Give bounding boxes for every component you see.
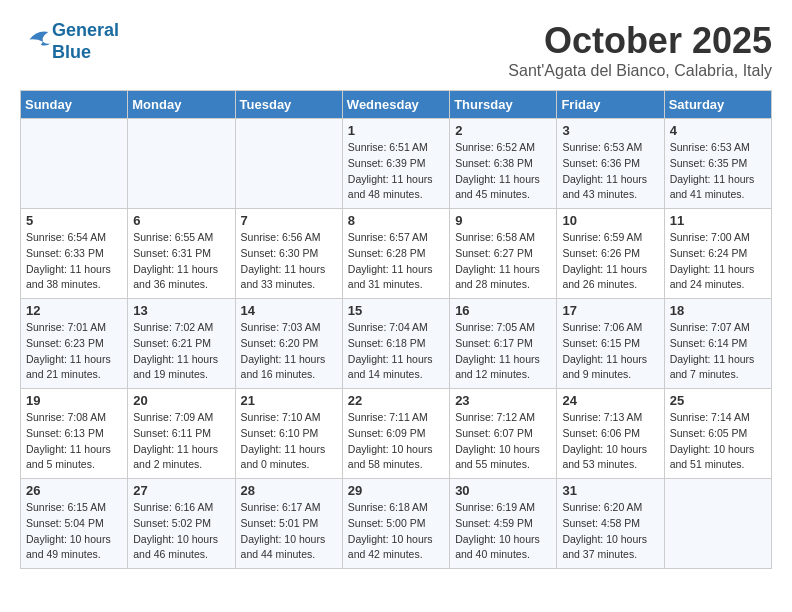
day-number: 3 [562,123,658,138]
day-number: 10 [562,213,658,228]
day-info: Sunrise: 6:20 AM Sunset: 4:58 PM Dayligh… [562,500,658,563]
calendar-cell: 29Sunrise: 6:18 AM Sunset: 5:00 PM Dayli… [342,479,449,569]
day-number: 5 [26,213,122,228]
calendar-cell: 18Sunrise: 7:07 AM Sunset: 6:14 PM Dayli… [664,299,771,389]
day-number: 17 [562,303,658,318]
day-info: Sunrise: 6:59 AM Sunset: 6:26 PM Dayligh… [562,230,658,293]
day-info: Sunrise: 7:12 AM Sunset: 6:07 PM Dayligh… [455,410,551,473]
logo: General Blue [20,20,119,63]
logo-text: General Blue [52,20,119,63]
calendar-week-row: 19Sunrise: 7:08 AM Sunset: 6:13 PM Dayli… [21,389,772,479]
day-number: 25 [670,393,766,408]
day-info: Sunrise: 6:54 AM Sunset: 6:33 PM Dayligh… [26,230,122,293]
day-info: Sunrise: 7:03 AM Sunset: 6:20 PM Dayligh… [241,320,337,383]
page-header: General Blue October 2025 Sant'Agata del… [20,20,772,80]
calendar-cell: 30Sunrise: 6:19 AM Sunset: 4:59 PM Dayli… [450,479,557,569]
day-number: 1 [348,123,444,138]
calendar-cell: 13Sunrise: 7:02 AM Sunset: 6:21 PM Dayli… [128,299,235,389]
calendar-cell: 24Sunrise: 7:13 AM Sunset: 6:06 PM Dayli… [557,389,664,479]
calendar-week-row: 26Sunrise: 6:15 AM Sunset: 5:04 PM Dayli… [21,479,772,569]
calendar-cell: 9Sunrise: 6:58 AM Sunset: 6:27 PM Daylig… [450,209,557,299]
weekday-header-row: SundayMondayTuesdayWednesdayThursdayFrid… [21,91,772,119]
calendar-cell: 1Sunrise: 6:51 AM Sunset: 6:39 PM Daylig… [342,119,449,209]
calendar-week-row: 12Sunrise: 7:01 AM Sunset: 6:23 PM Dayli… [21,299,772,389]
logo-bird-icon [22,27,52,52]
calendar-cell: 16Sunrise: 7:05 AM Sunset: 6:17 PM Dayli… [450,299,557,389]
day-info: Sunrise: 6:53 AM Sunset: 6:35 PM Dayligh… [670,140,766,203]
calendar-cell: 5Sunrise: 6:54 AM Sunset: 6:33 PM Daylig… [21,209,128,299]
calendar-cell: 31Sunrise: 6:20 AM Sunset: 4:58 PM Dayli… [557,479,664,569]
month-title: October 2025 [508,20,772,62]
day-info: Sunrise: 6:15 AM Sunset: 5:04 PM Dayligh… [26,500,122,563]
calendar-cell: 22Sunrise: 7:11 AM Sunset: 6:09 PM Dayli… [342,389,449,479]
calendar-cell: 17Sunrise: 7:06 AM Sunset: 6:15 PM Dayli… [557,299,664,389]
day-info: Sunrise: 7:10 AM Sunset: 6:10 PM Dayligh… [241,410,337,473]
calendar-cell [235,119,342,209]
weekday-header-wednesday: Wednesday [342,91,449,119]
day-number: 12 [26,303,122,318]
calendar-cell: 28Sunrise: 6:17 AM Sunset: 5:01 PM Dayli… [235,479,342,569]
day-number: 21 [241,393,337,408]
weekday-header-thursday: Thursday [450,91,557,119]
day-number: 18 [670,303,766,318]
calendar-cell: 8Sunrise: 6:57 AM Sunset: 6:28 PM Daylig… [342,209,449,299]
day-number: 2 [455,123,551,138]
calendar-cell: 26Sunrise: 6:15 AM Sunset: 5:04 PM Dayli… [21,479,128,569]
day-number: 26 [26,483,122,498]
calendar-cell [128,119,235,209]
day-number: 19 [26,393,122,408]
calendar-cell: 10Sunrise: 6:59 AM Sunset: 6:26 PM Dayli… [557,209,664,299]
day-number: 31 [562,483,658,498]
day-info: Sunrise: 7:14 AM Sunset: 6:05 PM Dayligh… [670,410,766,473]
day-info: Sunrise: 7:09 AM Sunset: 6:11 PM Dayligh… [133,410,229,473]
calendar-cell: 14Sunrise: 7:03 AM Sunset: 6:20 PM Dayli… [235,299,342,389]
day-number: 9 [455,213,551,228]
calendar-cell: 4Sunrise: 6:53 AM Sunset: 6:35 PM Daylig… [664,119,771,209]
day-number: 29 [348,483,444,498]
day-number: 6 [133,213,229,228]
day-info: Sunrise: 6:19 AM Sunset: 4:59 PM Dayligh… [455,500,551,563]
day-number: 27 [133,483,229,498]
day-number: 11 [670,213,766,228]
calendar-week-row: 1Sunrise: 6:51 AM Sunset: 6:39 PM Daylig… [21,119,772,209]
day-info: Sunrise: 7:00 AM Sunset: 6:24 PM Dayligh… [670,230,766,293]
calendar-cell: 21Sunrise: 7:10 AM Sunset: 6:10 PM Dayli… [235,389,342,479]
day-number: 23 [455,393,551,408]
day-info: Sunrise: 7:11 AM Sunset: 6:09 PM Dayligh… [348,410,444,473]
day-number: 24 [562,393,658,408]
day-info: Sunrise: 7:13 AM Sunset: 6:06 PM Dayligh… [562,410,658,473]
day-number: 15 [348,303,444,318]
day-number: 20 [133,393,229,408]
calendar-cell: 23Sunrise: 7:12 AM Sunset: 6:07 PM Dayli… [450,389,557,479]
day-number: 13 [133,303,229,318]
day-info: Sunrise: 7:07 AM Sunset: 6:14 PM Dayligh… [670,320,766,383]
day-info: Sunrise: 6:51 AM Sunset: 6:39 PM Dayligh… [348,140,444,203]
day-number: 30 [455,483,551,498]
weekday-header-sunday: Sunday [21,91,128,119]
weekday-header-saturday: Saturday [664,91,771,119]
day-info: Sunrise: 7:04 AM Sunset: 6:18 PM Dayligh… [348,320,444,383]
day-info: Sunrise: 6:16 AM Sunset: 5:02 PM Dayligh… [133,500,229,563]
day-number: 28 [241,483,337,498]
calendar-cell: 27Sunrise: 6:16 AM Sunset: 5:02 PM Dayli… [128,479,235,569]
day-number: 16 [455,303,551,318]
calendar-week-row: 5Sunrise: 6:54 AM Sunset: 6:33 PM Daylig… [21,209,772,299]
day-info: Sunrise: 6:55 AM Sunset: 6:31 PM Dayligh… [133,230,229,293]
calendar-cell: 6Sunrise: 6:55 AM Sunset: 6:31 PM Daylig… [128,209,235,299]
calendar-cell: 20Sunrise: 7:09 AM Sunset: 6:11 PM Dayli… [128,389,235,479]
weekday-header-tuesday: Tuesday [235,91,342,119]
day-info: Sunrise: 6:56 AM Sunset: 6:30 PM Dayligh… [241,230,337,293]
location-subtitle: Sant'Agata del Bianco, Calabria, Italy [508,62,772,80]
day-info: Sunrise: 7:06 AM Sunset: 6:15 PM Dayligh… [562,320,658,383]
day-info: Sunrise: 6:53 AM Sunset: 6:36 PM Dayligh… [562,140,658,203]
day-number: 22 [348,393,444,408]
calendar-cell: 3Sunrise: 6:53 AM Sunset: 6:36 PM Daylig… [557,119,664,209]
day-number: 4 [670,123,766,138]
calendar-cell: 19Sunrise: 7:08 AM Sunset: 6:13 PM Dayli… [21,389,128,479]
calendar-cell: 2Sunrise: 6:52 AM Sunset: 6:38 PM Daylig… [450,119,557,209]
day-info: Sunrise: 7:01 AM Sunset: 6:23 PM Dayligh… [26,320,122,383]
day-info: Sunrise: 6:58 AM Sunset: 6:27 PM Dayligh… [455,230,551,293]
day-info: Sunrise: 6:57 AM Sunset: 6:28 PM Dayligh… [348,230,444,293]
weekday-header-monday: Monday [128,91,235,119]
calendar-cell: 11Sunrise: 7:00 AM Sunset: 6:24 PM Dayli… [664,209,771,299]
